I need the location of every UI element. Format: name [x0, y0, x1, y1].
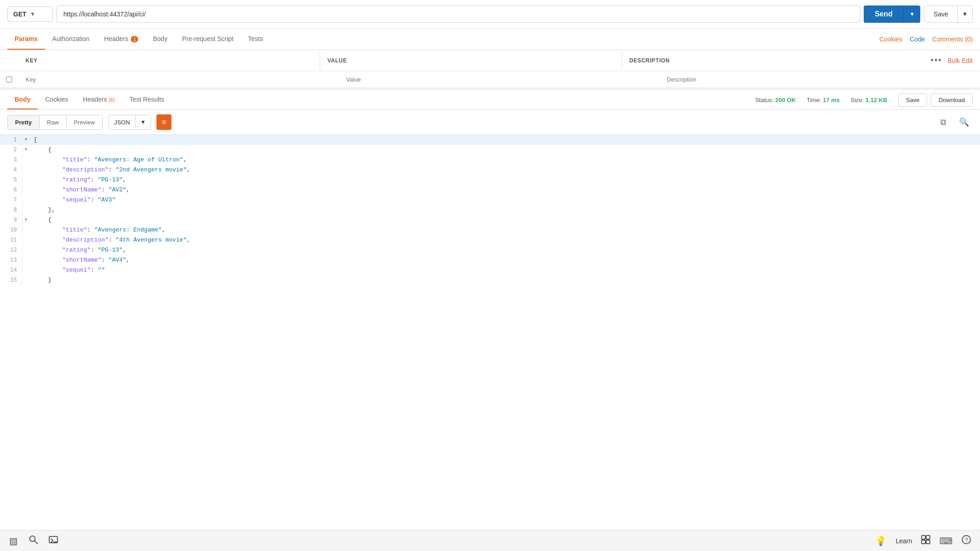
- table-row: [0, 71, 980, 88]
- json-type-group: JSON ▼: [108, 115, 151, 130]
- line-number: 5: [0, 175, 23, 185]
- line-content: {: [30, 145, 55, 155]
- resp-tab-headers[interactable]: Headers (6): [76, 90, 122, 109]
- console-icon[interactable]: [49, 535, 58, 546]
- code-line-4: 4 "description": "2nd Avengers movie",: [0, 165, 980, 175]
- key-input[interactable]: [26, 76, 332, 83]
- bulk-edit-button[interactable]: Bulk Edit: [948, 57, 973, 64]
- line-content: "rating": "PG-13",: [30, 245, 130, 255]
- line-content: "description": "4th Avengers movie",: [30, 235, 194, 245]
- more-options-icon[interactable]: •••: [931, 56, 942, 65]
- send-dropdown-button[interactable]: ▼: [903, 5, 920, 23]
- help-icon[interactable]: ?: [962, 535, 971, 546]
- code-line-3: 3 "title": "Avengers: Age of Ultron",: [0, 155, 980, 165]
- save-dropdown-button[interactable]: ▼: [957, 6, 972, 22]
- response-actions: Save Download: [898, 93, 973, 107]
- copy-icon[interactable]: ⧉: [937, 115, 950, 129]
- code-link[interactable]: Code: [910, 36, 925, 43]
- resp-download-button[interactable]: Download: [931, 93, 973, 107]
- expand-icon[interactable]: ▼: [23, 145, 30, 155]
- learn-label[interactable]: Learn: [896, 537, 912, 545]
- resp-tab-cookies[interactable]: Cookies: [38, 90, 76, 109]
- table-actions: ••• Bulk Edit: [923, 50, 980, 71]
- line-content: {: [30, 215, 55, 225]
- url-input[interactable]: [57, 5, 860, 23]
- status-value: 200 OK: [775, 97, 796, 103]
- expand-icon: [23, 255, 30, 265]
- row-checkbox[interactable]: [0, 72, 18, 87]
- format-pretty-button[interactable]: Pretty: [8, 115, 40, 129]
- tab-prerequest[interactable]: Pre-request Script: [175, 29, 241, 50]
- tab-body[interactable]: Body: [145, 29, 175, 50]
- line-content: "title": "Avengers: Endgame",: [30, 225, 169, 235]
- expand-icon: [23, 155, 30, 165]
- svg-line-1: [35, 541, 37, 544]
- line-number: 15: [0, 275, 23, 285]
- keyboard-icon[interactable]: ⌨: [939, 536, 953, 546]
- cookies-link[interactable]: Cookies: [879, 36, 902, 43]
- format-raw-button[interactable]: Raw: [40, 115, 67, 129]
- line-content: "sequel": "AV3": [30, 195, 119, 205]
- svg-rect-4: [922, 536, 925, 539]
- tab-tests[interactable]: Tests: [241, 29, 270, 50]
- resp-save-button[interactable]: Save: [898, 93, 928, 107]
- expand-icon: [23, 195, 30, 205]
- search-bottom-icon[interactable]: [29, 535, 38, 546]
- wrap-button[interactable]: ≡: [156, 114, 171, 130]
- save-button[interactable]: Save: [924, 6, 957, 22]
- code-line-1: 1 ▼ [: [0, 135, 980, 145]
- line-content: "title": "Avengers: Age of Ultron",: [30, 155, 191, 165]
- value-cell: [339, 71, 659, 88]
- send-button[interactable]: Send: [864, 5, 903, 23]
- line-content: "shortName": "AV4",: [30, 255, 134, 265]
- method-dropdown[interactable]: GET ▼: [7, 6, 53, 22]
- checkbox-input[interactable]: [5, 77, 13, 82]
- code-line-6: 6 "shortName": "AV2",: [0, 185, 980, 195]
- expand-icon[interactable]: ▼: [23, 215, 30, 225]
- line-content: "rating": "PG-13",: [30, 175, 130, 185]
- description-input[interactable]: [667, 76, 973, 83]
- expand-icon: [23, 245, 30, 255]
- value-input[interactable]: [346, 76, 652, 83]
- key-cell: [18, 71, 339, 88]
- params-header: KEY VALUE DESCRIPTION ••• Bulk Edit: [0, 50, 980, 71]
- line-number: 4: [0, 165, 23, 175]
- expand-icon: [23, 185, 30, 195]
- check-header: [0, 55, 18, 66]
- format-preview-button[interactable]: Preview: [67, 115, 102, 129]
- expand-icon: [23, 225, 30, 235]
- expand-icon: [23, 265, 30, 275]
- json-type-label[interactable]: JSON: [109, 115, 135, 129]
- code-line-13: 13 "shortName": "AV4",: [0, 255, 980, 265]
- code-line-11: 11 "description": "4th Avengers movie",: [0, 235, 980, 245]
- status-label: Status: 200 OK: [755, 97, 796, 103]
- line-number: 8: [0, 205, 23, 215]
- lightbulb-icon[interactable]: 💡: [875, 536, 887, 546]
- tab-headers[interactable]: Headers 1: [97, 29, 145, 50]
- code-line-5: 5 "rating": "PG-13",: [0, 175, 980, 185]
- resp-tab-testresults[interactable]: Test Results: [122, 90, 171, 109]
- expand-icon[interactable]: ▼: [23, 135, 30, 145]
- tab-authorization[interactable]: Authorization: [45, 29, 97, 50]
- line-number: 6: [0, 185, 23, 195]
- value-header: VALUE: [320, 52, 622, 69]
- code-line-15: 15 }: [0, 275, 980, 285]
- sidebar-toggle-icon[interactable]: ▨: [9, 536, 18, 546]
- comments-link[interactable]: Comments (0): [932, 36, 973, 43]
- tab-params[interactable]: Params: [7, 29, 45, 50]
- description-cell: [659, 71, 980, 88]
- svg-rect-5: [926, 536, 930, 539]
- json-type-dropdown[interactable]: ▼: [135, 115, 150, 129]
- search-icon[interactable]: 🔍: [955, 115, 973, 129]
- format-group: Pretty Raw Preview: [7, 115, 103, 130]
- layout-icon[interactable]: [921, 535, 930, 546]
- svg-rect-6: [922, 540, 925, 544]
- key-header: KEY: [18, 52, 320, 69]
- resp-tab-body[interactable]: Body: [7, 90, 38, 109]
- chevron-down-icon: ▼: [30, 11, 36, 17]
- expand-icon: [23, 165, 30, 175]
- line-content: },: [30, 205, 59, 215]
- url-bar: GET ▼ Send ▼ Save ▼: [0, 0, 980, 29]
- line-number: 12: [0, 245, 23, 255]
- code-line-14: 14 "sequel": "": [0, 265, 980, 275]
